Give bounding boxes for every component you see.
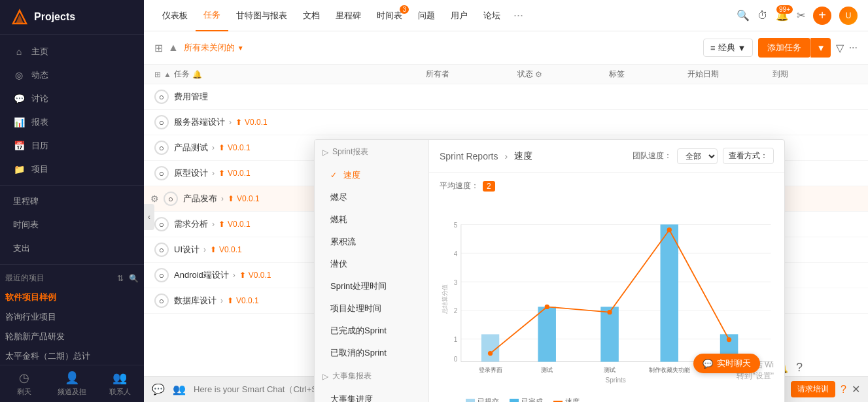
gear-icon-row4: ⚙ xyxy=(150,193,159,204)
nav-item-dashboard[interactable]: 仪表板 xyxy=(154,0,196,31)
recent-label: 最近的项目 xyxy=(5,273,44,284)
report-icon: 📊 xyxy=(13,117,25,127)
task-check-1[interactable]: ○ xyxy=(154,115,169,129)
notification-icon[interactable]: 🔔99+ xyxy=(776,9,789,22)
nav-item-gantt[interactable]: 甘特图与报表 xyxy=(228,0,295,31)
svg-text:5: 5 xyxy=(454,222,458,229)
task-check-3[interactable]: ○ xyxy=(154,166,169,180)
realtime-chat-button[interactable]: 💬 实时聊天 xyxy=(693,354,760,373)
view-toggle-icon[interactable]: ⊞ xyxy=(154,42,163,54)
more-options-icon[interactable]: ··· xyxy=(849,42,858,54)
footer-label-contacts: 联系人 xyxy=(109,387,131,397)
project-item-1[interactable]: 咨询行业项目 xyxy=(0,307,144,327)
task-check-0[interactable]: ○ xyxy=(154,90,169,104)
menu-item-sprint-process[interactable]: Sprint处理时间 xyxy=(315,275,428,297)
sidebar-item-timeline[interactable]: 时间表 xyxy=(0,213,144,237)
th-task-label: 任务 xyxy=(174,69,190,80)
table-row[interactable]: ○ 费用管理 xyxy=(144,84,868,110)
nav-item-issues[interactable]: 问题 xyxy=(410,0,443,31)
task-name-0: 费用管理 xyxy=(174,91,858,103)
nav-item-docs[interactable]: 文档 xyxy=(295,0,328,31)
filter-dropdown[interactable]: 所有未关闭的 ▼ xyxy=(184,42,244,54)
column-toggle-icon[interactable]: ⊞ xyxy=(154,70,161,79)
menu-item-cumflow[interactable]: 累积流 xyxy=(315,231,428,253)
settings-icon[interactable]: ✂ xyxy=(797,9,805,22)
subtask-arrow-6: › xyxy=(203,245,206,254)
menu-item-burndown[interactable]: 燃尽 xyxy=(315,186,428,209)
task-check-8[interactable]: ○ xyxy=(154,293,169,308)
nav-item-forum[interactable]: 论坛 xyxy=(476,0,508,31)
task-version-6: ⬆ V0.0.1 xyxy=(210,245,242,254)
nav-item-timeline[interactable]: 时间表 3 xyxy=(369,0,410,31)
team-speed-select[interactable]: 全部 xyxy=(677,148,718,164)
collapse-button[interactable]: ‹ xyxy=(144,204,154,230)
sidebar-item-project[interactable]: 📁 项目 xyxy=(0,158,144,181)
sidebar-item-discuss[interactable]: 💬 讨论 xyxy=(0,87,144,110)
th-expand-icon[interactable]: ▲ xyxy=(164,70,171,79)
chat-channels-icon[interactable]: 💬 xyxy=(152,383,165,395)
project-item-2[interactable]: 轮胎新产品研发 xyxy=(0,327,144,346)
menu-item-done-sprint[interactable]: 已完成的Sprint xyxy=(315,320,428,342)
task-check-6[interactable]: ○ xyxy=(154,243,169,257)
menu-item-cancelled-sprint[interactable]: 已取消的Sprint xyxy=(315,342,428,364)
menu-item-burnup[interactable]: 燃耗 xyxy=(315,209,428,231)
bar-done-3 xyxy=(661,225,678,362)
project-item-0[interactable]: 软件项目样例 xyxy=(0,288,144,307)
avg-label: 平均速度： xyxy=(440,180,479,192)
task-check-4[interactable]: ○ xyxy=(164,192,178,206)
sidebar-item-report[interactable]: 📊 报表 xyxy=(0,110,144,134)
timer-icon-top[interactable]: ⏱ xyxy=(757,10,768,22)
table-row[interactable]: ○ 服务器端设计 › ⬆ V0.0.1 xyxy=(144,110,868,135)
search-icon-top[interactable]: 🔍 xyxy=(737,9,750,22)
filter-icon[interactable]: ▽ xyxy=(836,42,844,54)
task-check-7[interactable]: ○ xyxy=(154,268,169,282)
task-version-5: ⬆ V0.0.1 xyxy=(218,220,251,229)
sort-icon[interactable]: ⇅ xyxy=(117,274,124,283)
menu-item-project-process[interactable]: 项目处理时间 xyxy=(315,297,428,320)
user-avatar[interactable]: U xyxy=(839,7,858,25)
global-add-button[interactable]: + xyxy=(813,7,831,25)
status-settings-icon[interactable]: ⚙ xyxy=(535,70,542,79)
add-task-dropdown-button[interactable]: ▼ xyxy=(810,38,830,58)
task-check-2[interactable]: ○ xyxy=(154,141,169,155)
project-item-3[interactable]: 太平金科（二期）总计 xyxy=(0,346,144,365)
filter-label: 所有未关闭的 xyxy=(184,42,235,54)
sidebar-label-project: 项目 xyxy=(31,163,48,175)
chat-contacts-icon[interactable]: 👥 xyxy=(173,383,186,395)
subtask-arrow-4: › xyxy=(221,194,224,203)
popup-header: Sprint Reports › 速度 团队速度： 全部 查看方式： xyxy=(429,140,784,173)
menu-item-epic-progress[interactable]: 大事集进度 xyxy=(315,388,428,402)
menu-item-speed[interactable]: 速度 xyxy=(315,164,428,186)
help-icon[interactable]: ? xyxy=(841,384,846,395)
topnav: 仪表板 任务 甘特图与报表 文档 里程碑 时间表 3 问题 用户 论坛 ··· … xyxy=(144,0,868,31)
close-chat-icon[interactable]: ✕ xyxy=(852,383,860,395)
help-bottom-icon[interactable]: ? xyxy=(796,361,803,375)
sprint-section-header[interactable]: ▷ Sprint报表 xyxy=(315,140,428,164)
svg-text:Sprints: Sprints xyxy=(606,377,626,384)
menu-item-latent[interactable]: 潜伏 xyxy=(315,253,428,275)
timer-icon: ◷ xyxy=(19,371,29,385)
add-task-button[interactable]: 添加任务 xyxy=(758,38,810,58)
contacts-icon: 👥 xyxy=(113,371,127,385)
nav-item-milestone[interactable]: 里程碑 xyxy=(328,0,369,31)
sidebar-item-home[interactable]: ⌂ 主页 xyxy=(0,40,144,63)
expand-icon[interactable]: ▲ xyxy=(168,42,179,54)
nav-item-users[interactable]: 用户 xyxy=(443,0,476,31)
nav-item-more[interactable]: ··· xyxy=(508,0,529,31)
footer-item-channels[interactable]: 👤 频道及担 xyxy=(48,365,95,402)
task-name-1: 服务器端设计 › ⬆ V0.0.1 xyxy=(174,116,858,128)
view-mode-button[interactable]: ≡ 经典 ▼ xyxy=(703,39,753,57)
training-button[interactable]: 请求培训 xyxy=(791,381,835,397)
epic-section-header[interactable]: ▷ 大事集报表 xyxy=(315,364,428,388)
nav-item-tasks[interactable]: 任务 xyxy=(196,0,228,31)
view-mode-btn[interactable]: 查看方式： xyxy=(723,148,774,164)
sidebar-item-milestone[interactable]: 里程碑 xyxy=(0,190,144,213)
footer-item-timer[interactable]: ◷ 剩天 xyxy=(0,365,48,402)
search-icon-sidebar[interactable]: 🔍 xyxy=(129,274,139,283)
sidebar-item-calendar[interactable]: 📅 日历 xyxy=(0,134,144,158)
task-check-5[interactable]: ○ xyxy=(154,217,169,231)
sidebar-item-dynamic[interactable]: ◎ 动态 xyxy=(0,63,144,87)
footer-item-contacts[interactable]: 👥 联系人 xyxy=(96,365,144,402)
legend-submitted-color xyxy=(466,399,475,403)
sidebar-item-expense[interactable]: 支出 xyxy=(0,237,144,260)
